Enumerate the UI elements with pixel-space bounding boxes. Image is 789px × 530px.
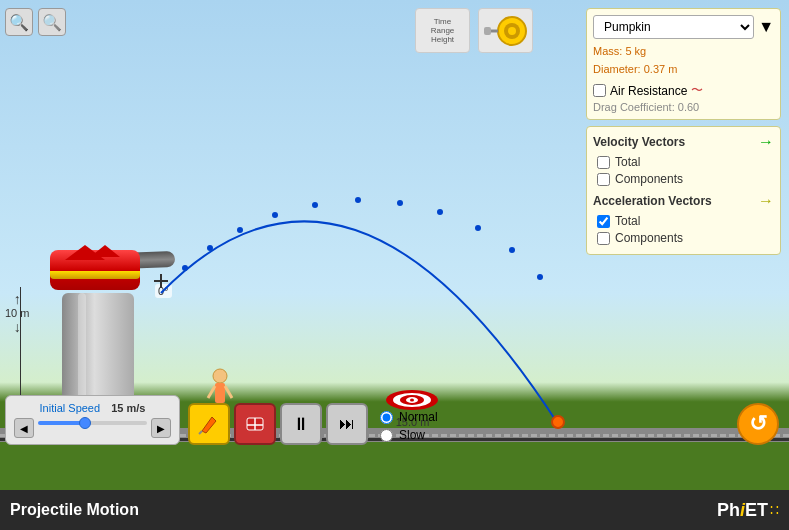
acceleration-total-row: Total — [597, 214, 774, 228]
refresh-button[interactable]: ↺ — [737, 403, 779, 445]
normal-speed-label: Normal — [399, 410, 438, 424]
normal-speed-row: Normal — [380, 410, 438, 424]
speed-decrease-button[interactable]: ◀ — [14, 418, 34, 438]
fire-button[interactable] — [188, 403, 230, 445]
tape-labels: Time Range Height — [431, 17, 455, 44]
acceleration-vectors-title: Acceleration Vectors — [593, 194, 712, 208]
normal-speed-radio[interactable] — [380, 411, 393, 424]
zoom-in-icon: 🔍 — [9, 13, 29, 32]
slow-speed-radio[interactable] — [380, 429, 393, 442]
svg-point-10 — [410, 399, 414, 402]
speed-value: 15 m/s — [111, 402, 145, 414]
acceleration-vectors-title-row: Acceleration Vectors → — [593, 192, 774, 210]
zoom-in-button[interactable]: 🔍 — [5, 8, 33, 36]
phet-logo: Ph i ET ∷ — [717, 500, 779, 521]
drag-coefficient-label: Drag Coefficient: 0.60 — [593, 101, 774, 113]
speed-label-row: Initial Speed 15 m/s — [14, 402, 171, 414]
air-resistance-row: Air Resistance 〜 — [593, 82, 774, 99]
velocity-components-row: Components — [597, 172, 774, 186]
acceleration-arrow-icon: → — [758, 192, 774, 210]
speed-increase-button[interactable]: ▶ — [151, 418, 171, 438]
svg-line-2 — [208, 386, 215, 398]
speed-control-panel: Initial Speed 15 m/s ◀ ▶ — [5, 395, 180, 445]
speed-slider-bar — [38, 421, 147, 425]
air-resistance-checkbox[interactable] — [593, 84, 606, 97]
dropdown-arrow-icon[interactable]: ▼ — [758, 18, 774, 36]
timer-icon-panel[interactable]: Time Range Height — [415, 8, 470, 53]
svg-point-0 — [213, 369, 227, 383]
app-title: Projectile Motion — [10, 501, 717, 519]
slow-speed-label: Slow — [399, 428, 425, 442]
velocity-total-row: Total — [597, 155, 774, 169]
acceleration-components-checkbox[interactable] — [597, 232, 610, 245]
simulation-area: ↑ 10 m ↓ 0° — [0, 0, 789, 490]
measurement-tools: Time Range Height — [415, 8, 533, 53]
slow-speed-row: Slow — [380, 428, 438, 442]
right-panel: Pumpkin Cannonball Baseball Football Adu… — [586, 8, 781, 255]
erase-icon — [244, 413, 266, 435]
svg-line-16 — [199, 431, 202, 434]
refresh-icon: ↺ — [749, 411, 767, 437]
fire-pencil-icon — [198, 413, 220, 435]
velocity-total-label: Total — [615, 155, 640, 169]
velocity-vectors-title: Velocity Vectors — [593, 135, 685, 149]
pause-button[interactable]: ⏸ — [280, 403, 322, 445]
speed-label-text: Initial Speed — [40, 402, 101, 414]
velocity-vectors-title-row: Velocity Vectors → — [593, 133, 774, 151]
phet-logo-et: ET — [745, 500, 768, 521]
step-icon: ⏭ — [339, 415, 355, 433]
projectile-diameter: Diameter: 0.37 m — [593, 61, 774, 79]
projectile-mass: Mass: 5 kg — [593, 43, 774, 61]
svg-point-13 — [508, 27, 516, 35]
projectile-selector-panel: Pumpkin Cannonball Baseball Football Adu… — [586, 8, 781, 120]
height-indicator: ↑ 10 m ↓ — [5, 291, 29, 335]
velocity-arrow-icon: → — [758, 133, 774, 151]
pause-icon: ⏸ — [292, 414, 310, 435]
svg-line-3 — [225, 386, 232, 398]
velocity-components-checkbox[interactable] — [597, 173, 610, 186]
velocity-total-checkbox[interactable] — [597, 156, 610, 169]
erase-button[interactable] — [234, 403, 276, 445]
phet-logo-text: Ph — [717, 500, 740, 521]
svg-rect-15 — [484, 27, 491, 35]
projectile-select-row: Pumpkin Cannonball Baseball Football Adu… — [593, 15, 774, 39]
speed-slider-thumb[interactable] — [79, 417, 91, 429]
zoom-out-button[interactable]: 🔍 — [38, 8, 66, 36]
svg-rect-1 — [215, 383, 225, 403]
cannon-turret — [50, 245, 150, 295]
acceleration-components-label: Components — [615, 231, 683, 245]
control-buttons-group: ⏸ ⏭ — [188, 403, 368, 445]
speed-slider-row: ◀ ▶ — [14, 418, 171, 438]
air-resistance-label: Air Resistance — [610, 84, 687, 98]
speed-slider-track[interactable] — [38, 421, 147, 435]
zoom-toolbar: 🔍 🔍 — [5, 8, 66, 36]
acceleration-components-row: Components — [597, 231, 774, 245]
step-button[interactable]: ⏭ — [326, 403, 368, 445]
cannon-fin-mid — [90, 245, 120, 257]
phet-logo-dots: ∷ — [770, 502, 779, 518]
velocity-components-label: Components — [615, 172, 683, 186]
cannon-yellow-band — [50, 271, 140, 279]
acceleration-total-checkbox[interactable] — [597, 215, 610, 228]
projectile-dropdown[interactable]: Pumpkin Cannonball Baseball Football Adu… — [593, 15, 754, 39]
playback-speed-control: Normal Slow — [380, 410, 438, 442]
target-svg — [385, 389, 440, 411]
bottom-toolbar: Projectile Motion Ph i ET ∷ — [0, 490, 789, 530]
tape-measure-svg — [482, 13, 530, 48]
vectors-panel: Velocity Vectors → Total Components Acce… — [586, 126, 781, 255]
crosshair — [154, 274, 168, 288]
zoom-out-icon: 🔍 — [42, 13, 62, 32]
acceleration-total-label: Total — [615, 214, 640, 228]
tape-measure-icon-panel[interactable] — [478, 8, 533, 53]
height-value: 10 m — [5, 307, 29, 319]
air-resistance-icon: 〜 — [691, 82, 703, 99]
